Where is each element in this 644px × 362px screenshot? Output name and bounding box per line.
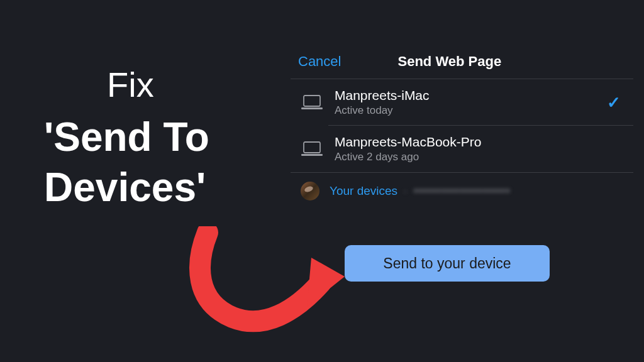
- device-status: Active today: [335, 104, 596, 117]
- headline-line-3: Devices': [44, 162, 209, 212]
- laptop-icon: [301, 141, 323, 157]
- headline-line-2: 'Send To: [44, 112, 209, 162]
- send-web-page-panel: Cancel Send Web Page Manpreets-iMac Acti…: [291, 53, 633, 209]
- svg-rect-3: [301, 154, 323, 156]
- headline: Fix 'Send To Devices': [44, 63, 209, 212]
- headline-line-1: Fix: [107, 63, 209, 107]
- panel-title: Send Web Page: [397, 53, 501, 70]
- send-to-device-button[interactable]: Send to your device: [345, 245, 550, 282]
- account-row[interactable]: Your devices · •••••••••••••••••••••: [291, 173, 633, 209]
- panel-header: Cancel Send Web Page: [291, 53, 633, 79]
- account-email-obscured: •••••••••••••••••••••: [414, 185, 510, 197]
- device-text: Manpreets-iMac Active today: [335, 88, 596, 117]
- device-name: Manpreets-MacBook-Pro: [335, 134, 626, 150]
- send-button-label: Send to your device: [383, 255, 511, 272]
- arrow-icon: [189, 226, 352, 339]
- svg-rect-0: [304, 96, 320, 106]
- laptop-icon: [301, 94, 323, 111]
- svg-rect-2: [304, 142, 320, 153]
- checkmark-icon: ✓: [607, 93, 621, 112]
- device-text: Manpreets-MacBook-Pro Active 2 days ago: [335, 134, 626, 163]
- avatar: [301, 182, 319, 200]
- device-row-imac[interactable]: Manpreets-iMac Active today ✓: [291, 79, 633, 126]
- svg-rect-1: [301, 107, 323, 109]
- device-status: Active 2 days ago: [335, 151, 626, 163]
- cancel-button[interactable]: Cancel: [298, 53, 341, 70]
- account-label: Your devices · •••••••••••••••••••••: [330, 184, 510, 198]
- account-separator: ·: [400, 185, 411, 197]
- device-row-macbook[interactable]: Manpreets-MacBook-Pro Active 2 days ago: [291, 126, 633, 172]
- device-name: Manpreets-iMac: [335, 88, 596, 103]
- your-devices-label: Your devices: [330, 184, 397, 197]
